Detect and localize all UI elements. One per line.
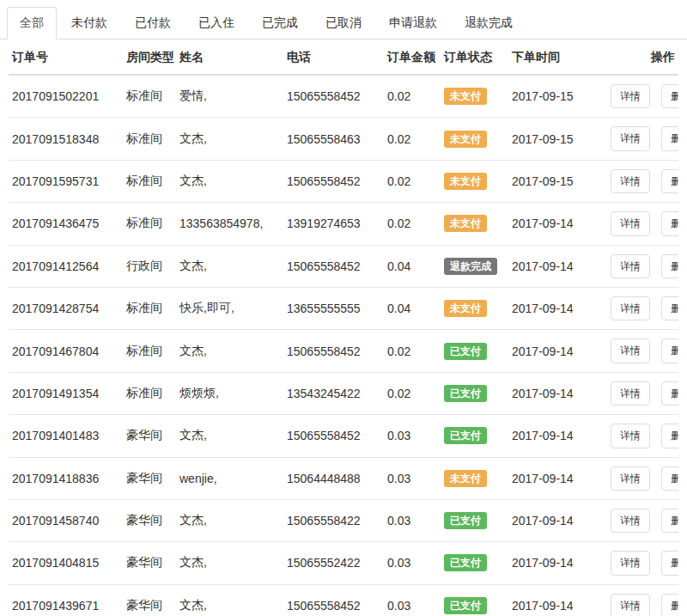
name-cell: 快乐,即可, [176, 287, 283, 329]
status-cell: 未支付 [441, 75, 508, 118]
detail-button[interactable]: 详情 [611, 126, 650, 150]
orders-table: 订单号 房间类型 姓名 电话 订单金额 订单状态 下单时间 操作 2017091… [9, 40, 678, 616]
detail-button[interactable]: 详情 [611, 424, 650, 448]
actions-cell: 详情 删 [607, 330, 678, 372]
delete-button[interactable]: 删 [661, 211, 678, 235]
room-type-cell: 标准间 [123, 118, 176, 160]
delete-button[interactable]: 删 [661, 509, 678, 533]
amount-cell: 0.04 [384, 287, 441, 329]
actions-cell: 详情 删 [607, 245, 678, 287]
tab-paid[interactable]: 已付款 [122, 7, 184, 40]
delete-button[interactable]: 删 [661, 338, 678, 363]
delete-button[interactable]: 删 [661, 296, 678, 320]
delete-button[interactable]: 删 [661, 381, 678, 406]
table-row: 2017091436475 标准间 133563854978, 13919274… [9, 203, 678, 245]
delete-button[interactable]: 删 [661, 169, 678, 193]
tab-all[interactable]: 全部 [7, 7, 57, 40]
detail-button[interactable]: 详情 [611, 594, 650, 616]
order-no-cell: 2017091412564 [9, 245, 123, 287]
detail-button[interactable]: 详情 [611, 551, 650, 575]
order-no-cell: 2017091418836 [9, 457, 123, 499]
header-order-no: 订单号 [9, 40, 123, 75]
room-type-cell: 标准间 [123, 203, 176, 245]
name-cell: wenjie, [176, 457, 283, 499]
name-cell: 文杰, [176, 542, 283, 584]
time-cell: 2017-09-14 [508, 499, 607, 541]
order-no-cell: 2017091502201 [9, 75, 123, 118]
status-cell: 未支付 [441, 160, 508, 202]
table-row: 2017091502201 标准间 爱情, 15065558452 0.02 未… [9, 75, 678, 118]
status-cell: 已支付 [441, 499, 508, 541]
time-cell: 2017-09-14 [508, 415, 607, 457]
time-cell: 2017-09-15 [508, 75, 607, 118]
name-cell: 文杰, [176, 499, 283, 541]
tab-unpaid[interactable]: 未付款 [58, 7, 120, 40]
name-cell: 文杰, [176, 118, 283, 160]
actions-cell: 详情 删 [607, 118, 678, 160]
status-badge: 退款完成 [444, 258, 497, 275]
status-badge: 已支付 [444, 554, 487, 571]
tab-checked-in[interactable]: 已入住 [185, 7, 247, 40]
header-room-type: 房间类型 [123, 40, 176, 75]
amount-cell: 0.02 [384, 160, 441, 202]
order-no-cell: 2017091439671 [9, 584, 123, 616]
phone-cell: 13655555555 [283, 287, 384, 329]
delete-button[interactable]: 删 [661, 254, 678, 278]
amount-cell: 0.02 [384, 118, 441, 160]
detail-button[interactable]: 详情 [611, 169, 650, 193]
amount-cell: 0.02 [384, 203, 441, 245]
status-badge: 未支付 [444, 470, 487, 487]
detail-button[interactable]: 详情 [611, 84, 650, 108]
detail-button[interactable]: 详情 [611, 467, 650, 491]
phone-cell: 15065558452 [283, 330, 384, 372]
table-row: 2017091428754 标准间 快乐,即可, 13655555555 0.0… [9, 287, 678, 329]
tab-refund-completed[interactable]: 退款完成 [452, 7, 526, 40]
header-status: 订单状态 [441, 40, 508, 75]
detail-button[interactable]: 详情 [611, 296, 650, 320]
table-row: 2017091412564 行政间 文杰, 15065558452 0.04 退… [9, 245, 678, 287]
phone-cell: 13919274653 [283, 203, 384, 245]
amount-cell: 0.03 [384, 542, 441, 584]
detail-button[interactable]: 详情 [611, 211, 650, 235]
status-cell: 退款完成 [441, 245, 508, 287]
time-cell: 2017-09-14 [508, 287, 607, 329]
actions-cell: 详情 删 [607, 542, 678, 584]
table-row: 2017091404815 豪华间 文杰, 15065552422 0.03 已… [9, 542, 678, 584]
phone-cell: 15065552422 [283, 542, 384, 584]
name-cell: 文杰, [176, 584, 283, 616]
detail-button[interactable]: 详情 [611, 381, 650, 406]
orders-table-wrap: 订单号 房间类型 姓名 电话 订单金额 订单状态 下单时间 操作 2017091… [0, 40, 687, 616]
header-time: 下单时间 [508, 40, 607, 75]
time-cell: 2017-09-15 [508, 160, 607, 202]
room-type-cell: 标准间 [123, 330, 176, 372]
room-type-cell: 豪华间 [123, 584, 176, 616]
delete-button[interactable]: 删 [661, 551, 678, 575]
detail-button[interactable]: 详情 [611, 254, 650, 278]
time-cell: 2017-09-14 [508, 372, 607, 414]
name-cell: 文杰, [176, 415, 283, 457]
status-cell: 未支付 [441, 203, 508, 245]
table-row: 2017091401483 豪华间 文杰, 15065558452 0.03 已… [9, 415, 678, 457]
delete-button[interactable]: 删 [661, 126, 678, 150]
phone-cell: 15065558463 [283, 118, 384, 160]
delete-button[interactable]: 删 [661, 467, 678, 491]
tab-cancelled[interactable]: 已取消 [313, 7, 374, 40]
order-no-cell: 2017091518348 [9, 118, 123, 160]
time-cell: 2017-09-14 [508, 203, 607, 245]
detail-button[interactable]: 详情 [611, 509, 650, 533]
delete-button[interactable]: 删 [661, 424, 678, 448]
status-badge: 未支付 [444, 300, 487, 317]
name-cell: 文杰, [176, 330, 283, 372]
time-cell: 2017-09-14 [508, 245, 607, 287]
name-cell: 文杰, [176, 160, 283, 202]
tab-completed[interactable]: 已完成 [249, 7, 311, 40]
actions-cell: 详情 删 [607, 457, 678, 499]
detail-button[interactable]: 详情 [611, 338, 650, 363]
tab-refund-requested[interactable]: 申请退款 [376, 7, 450, 40]
amount-cell: 0.03 [384, 457, 441, 499]
delete-button[interactable]: 删 [661, 84, 678, 108]
status-badge: 已支付 [444, 512, 487, 529]
delete-button[interactable]: 删 [661, 594, 678, 616]
room-type-cell: 标准间 [123, 372, 176, 414]
room-type-cell: 行政间 [123, 245, 176, 287]
